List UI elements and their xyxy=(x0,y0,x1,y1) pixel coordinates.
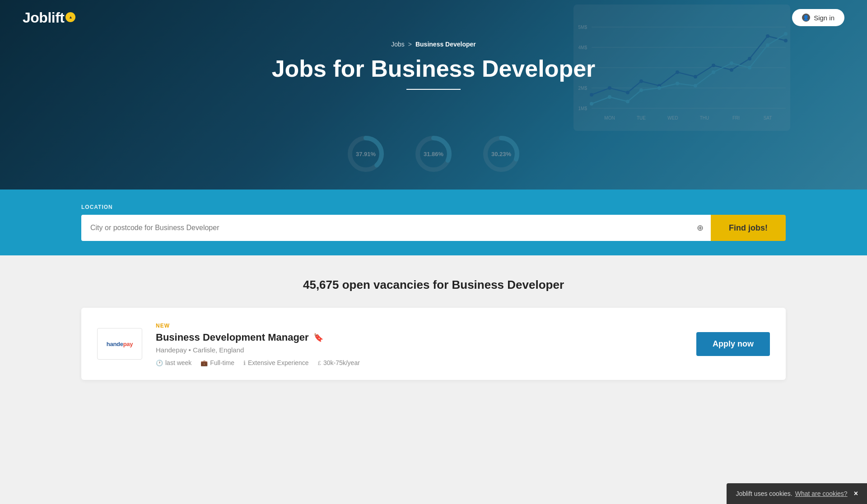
job-meta: 🕐 last week 💼 Full-time ℹ Extensive Expe… xyxy=(156,359,683,366)
job-card: handepay NEW Business Development Manage… xyxy=(81,308,786,380)
handepay-logo-text: handepay xyxy=(107,341,133,347)
info-icon: ℹ xyxy=(243,360,246,366)
logo-badge-icon xyxy=(65,12,75,22)
search-row: ⊕ Find jobs! xyxy=(81,215,786,241)
meta-type: 💼 Full-time xyxy=(200,359,234,366)
company-separator: • xyxy=(189,346,193,354)
meta-type-text: Full-time xyxy=(210,359,234,366)
breadcrumb-current: Business Developer xyxy=(415,41,476,48)
vacancies-count: 45,675 open vacancies for Business Devel… xyxy=(81,278,786,292)
new-badge: NEW xyxy=(156,323,170,329)
company-logo: handepay xyxy=(97,328,142,360)
briefcase-icon: 💼 xyxy=(200,360,208,366)
meta-date: 🕐 last week xyxy=(156,359,191,366)
meta-date-text: last week xyxy=(165,359,191,366)
person-icon: 👤 xyxy=(802,14,810,22)
breadcrumb-jobs-link[interactable]: Jobs xyxy=(391,41,405,48)
sign-in-label: Sign in xyxy=(814,14,834,22)
job-location: Carlisle, England xyxy=(193,346,244,354)
logo[interactable]: Joblift xyxy=(23,9,75,26)
meta-salary: £ 30k-75k/year xyxy=(318,359,360,366)
meta-experience: ℹ Extensive Experience xyxy=(243,359,309,366)
company-name: Handepay xyxy=(156,346,186,354)
job-company-location: Handepay • Carlisle, England xyxy=(156,346,683,354)
job-info: NEW Business Development Manager 🔖 Hande… xyxy=(156,321,683,366)
location-search-input[interactable] xyxy=(81,215,711,241)
site-header: Joblift 👤 Sign in xyxy=(0,0,867,35)
search-input-wrap: ⊕ xyxy=(81,215,711,241)
job-title-row: Business Development Manager 🔖 xyxy=(156,332,683,343)
location-label: LOCATION xyxy=(81,204,786,210)
apply-now-button[interactable]: Apply now xyxy=(696,332,770,356)
breadcrumb-separator: > xyxy=(408,41,412,48)
hero-divider xyxy=(406,89,461,90)
pound-icon: £ xyxy=(318,360,321,366)
bookmark-icon[interactable]: 🔖 xyxy=(313,333,323,342)
job-title: Business Development Manager xyxy=(156,332,309,343)
meta-experience-text: Extensive Experience xyxy=(248,359,309,366)
results-section: 45,675 open vacancies for Business Devel… xyxy=(0,255,867,393)
location-target-icon: ⊕ xyxy=(697,223,704,233)
breadcrumb: Jobs > Business Developer xyxy=(0,41,867,48)
logo-text: Joblift xyxy=(23,9,64,26)
page-title: Jobs for Business Developer xyxy=(0,56,867,82)
search-section: LOCATION ⊕ Find jobs! xyxy=(0,190,867,255)
sign-in-button[interactable]: 👤 Sign in xyxy=(792,9,844,26)
clock-icon: 🕐 xyxy=(156,360,163,366)
find-jobs-button[interactable]: Find jobs! xyxy=(711,215,786,241)
meta-salary-text: 30k-75k/year xyxy=(323,359,360,366)
